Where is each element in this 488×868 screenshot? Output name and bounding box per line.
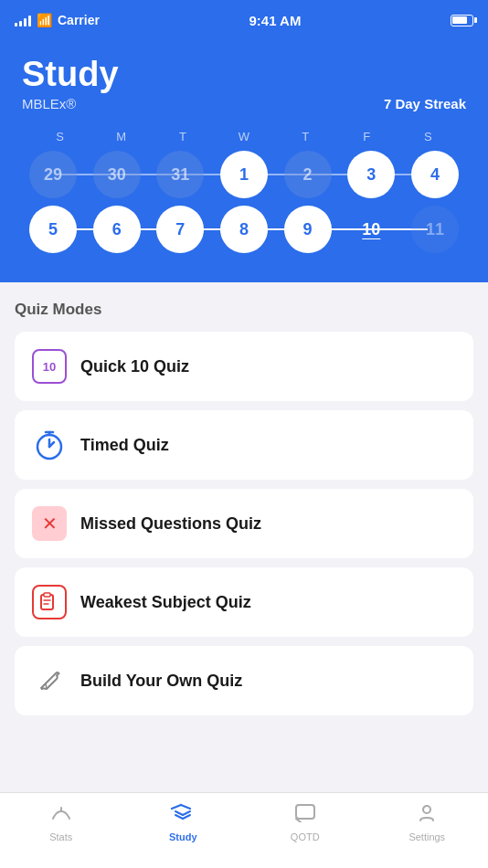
- hero-section: Study MBLEx® 7 Day Streak S M T W T F S …: [0, 40, 488, 282]
- missed-icon-wrap: ✕: [31, 505, 68, 542]
- qotd-icon: [293, 802, 317, 828]
- day-label-5: F: [336, 130, 398, 143]
- cal-day-9: 9: [284, 206, 332, 253]
- cal-day-5: 5: [29, 206, 77, 253]
- stats-icon: [49, 802, 73, 828]
- cal-day-1: 1: [220, 151, 268, 198]
- tab-settings[interactable]: Settings: [366, 802, 489, 842]
- day-label-2: T: [152, 130, 213, 143]
- svg-rect-12: [296, 805, 314, 819]
- settings-icon: [417, 802, 437, 828]
- wifi-icon: 📶: [37, 13, 52, 27]
- svg-line-11: [183, 815, 190, 819]
- status-right: [451, 15, 473, 26]
- cal-day-3: 3: [347, 151, 395, 198]
- tab-stats-label: Stats: [49, 831, 72, 842]
- tab-study-label: Study: [169, 831, 197, 842]
- tab-qotd[interactable]: QOTD: [244, 802, 366, 842]
- build-icon-wrap: [31, 662, 68, 699]
- battery-icon: [451, 15, 473, 26]
- exam-label: MBLEx®: [22, 96, 76, 111]
- quick10-icon-wrap: 10: [31, 348, 68, 385]
- calendar-header: S M T W T F S: [29, 130, 459, 143]
- svg-line-9: [183, 811, 190, 815]
- weakest-icon-wrap: [31, 584, 68, 620]
- quiz-section-title: Quiz Modes: [15, 301, 473, 319]
- quiz-item-quick10[interactable]: 10 Quick 10 Quiz: [15, 332, 473, 401]
- cal-day-31: 31: [156, 151, 204, 198]
- weakest-label: Weakest Subject Quiz: [80, 593, 251, 612]
- timed-icon-wrap: [31, 427, 68, 463]
- day-label-0: S: [29, 130, 90, 143]
- quiz-item-timed[interactable]: Timed Quiz: [15, 410, 473, 480]
- missed-label: Missed Questions Quiz: [80, 514, 261, 534]
- quick10-icon: 10: [32, 349, 67, 384]
- cal-day-10: 10: [347, 206, 395, 253]
- tab-study[interactable]: Study: [122, 802, 245, 842]
- page-title: Study: [22, 55, 466, 94]
- svg-point-14: [423, 806, 430, 813]
- hero-meta-row: MBLEx® 7 Day Streak: [22, 96, 466, 111]
- carrier-label: Carrier: [58, 13, 100, 27]
- cal-day-30: 30: [93, 151, 141, 198]
- calendar-row-2: 5 6 7 8 9 10 11: [29, 206, 459, 253]
- study-icon: [170, 802, 196, 828]
- cal-day-8: 8: [220, 206, 268, 253]
- cal-day-6: 6: [93, 206, 141, 253]
- timed-icon: [33, 429, 66, 461]
- cal-day-11: 11: [411, 206, 459, 253]
- calendar-row-1: 29 30 31 1 2 3 4: [29, 151, 459, 198]
- quiz-modes-section: Quiz Modes 10 Quick 10 Quiz Timed Quiz ✕…: [0, 282, 488, 715]
- status-time: 9:41 AM: [249, 13, 301, 28]
- day-label-6: S: [398, 130, 459, 143]
- quiz-item-missed[interactable]: ✕ Missed Questions Quiz: [15, 489, 473, 558]
- cal-day-4: 4: [411, 151, 459, 198]
- signal-icon: [15, 14, 31, 26]
- streak-label: 7 Day Streak: [384, 96, 466, 111]
- day-label-4: T: [275, 130, 336, 143]
- timed-label: Timed Quiz: [80, 436, 169, 455]
- quiz-item-weakest[interactable]: Weakest Subject Quiz: [15, 567, 473, 637]
- tab-qotd-label: QOTD: [291, 831, 320, 842]
- tab-bar: Stats Study QOTD: [0, 792, 488, 868]
- missed-icon: ✕: [32, 506, 67, 541]
- status-left: 📶 Carrier: [15, 13, 100, 27]
- svg-line-8: [175, 811, 183, 815]
- svg-line-7: [181, 805, 190, 809]
- weakest-icon: [32, 585, 67, 619]
- quick10-label: Quick 10 Quiz: [80, 357, 189, 376]
- cal-day-7: 7: [156, 206, 204, 253]
- cal-day-2: 2: [284, 151, 332, 198]
- tab-stats[interactable]: Stats: [0, 802, 122, 842]
- svg-line-6: [172, 805, 181, 809]
- build-icon: [32, 663, 67, 698]
- day-label-3: W: [213, 130, 274, 143]
- svg-rect-2: [44, 593, 50, 597]
- day-label-1: M: [90, 130, 152, 143]
- streak-calendar: S M T W T F S 29 30 31 1 2 3 4 5 6 7 8 9…: [22, 130, 466, 253]
- quiz-item-build[interactable]: Build Your Own Quiz: [15, 646, 473, 715]
- tab-settings-label: Settings: [408, 831, 445, 842]
- svg-line-10: [175, 815, 183, 819]
- status-bar: 📶 Carrier 9:41 AM: [0, 0, 488, 40]
- build-label: Build Your Own Quiz: [80, 672, 242, 691]
- cal-day-29: 29: [29, 151, 77, 198]
